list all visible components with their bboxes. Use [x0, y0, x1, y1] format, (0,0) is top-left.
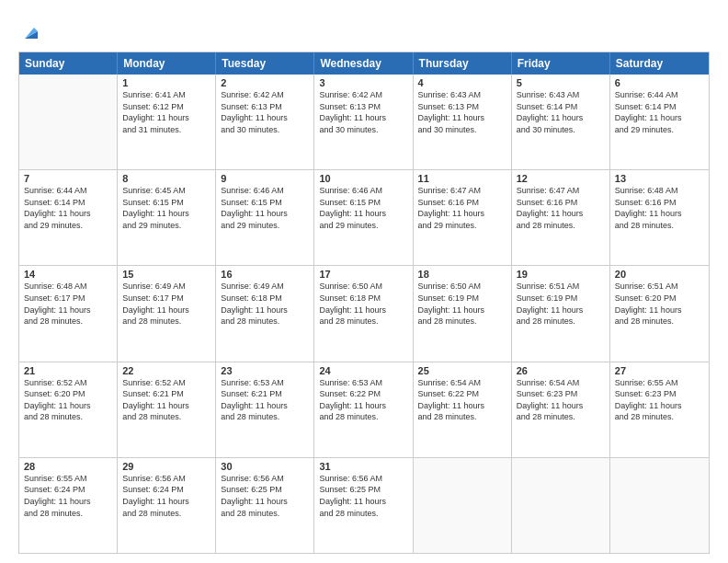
- day-number: 5: [517, 77, 605, 88]
- empty-cell: [19, 75, 118, 169]
- cell-line: and 28 minutes.: [24, 316, 112, 327]
- cell-line: Sunset: 6:16 PM: [615, 197, 704, 209]
- day-number: 26: [517, 365, 605, 376]
- week-row-4: 21Sunrise: 6:52 AMSunset: 6:20 PMDayligh…: [19, 362, 709, 458]
- cell-line: Sunset: 6:22 PM: [319, 388, 407, 400]
- cell-line: Sunset: 6:24 PM: [122, 484, 210, 496]
- day-cell-9: 9Sunrise: 6:46 AMSunset: 6:15 PMDaylight…: [216, 170, 314, 265]
- cell-line: Sunrise: 6:51 AM: [517, 281, 605, 293]
- cell-line: Daylight: 11 hours: [24, 208, 112, 220]
- day-number: 27: [615, 365, 704, 376]
- day-number: 23: [221, 365, 309, 376]
- cell-line: and 30 minutes.: [418, 124, 506, 136]
- day-number: 10: [319, 173, 407, 184]
- cell-line: Daylight: 11 hours: [418, 400, 506, 412]
- cell-line: Sunrise: 6:45 AM: [122, 185, 210, 197]
- cell-line: Sunset: 6:14 PM: [615, 101, 704, 113]
- day-cell-5: 5Sunrise: 6:43 AMSunset: 6:14 PMDaylight…: [512, 75, 610, 169]
- cell-line: Sunset: 6:16 PM: [517, 197, 605, 209]
- cell-line: and 28 minutes.: [615, 220, 704, 232]
- cell-line: and 28 minutes.: [319, 316, 407, 327]
- cell-line: Daylight: 11 hours: [319, 208, 407, 220]
- cell-line: Daylight: 11 hours: [517, 208, 605, 220]
- day-number: 31: [319, 461, 407, 472]
- day-cell-19: 19Sunrise: 6:51 AMSunset: 6:19 PMDayligh…: [512, 266, 610, 361]
- cell-line: and 29 minutes.: [615, 124, 704, 136]
- day-number: 17: [319, 269, 407, 280]
- cell-line: Daylight: 11 hours: [221, 208, 309, 220]
- cell-line: Daylight: 11 hours: [24, 304, 112, 316]
- day-cell-15: 15Sunrise: 6:49 AMSunset: 6:17 PMDayligh…: [118, 266, 216, 361]
- day-number: 1: [122, 77, 210, 88]
- cell-line: Daylight: 11 hours: [615, 112, 704, 124]
- cell-line: Sunrise: 6:48 AM: [24, 281, 112, 293]
- cell-line: Daylight: 11 hours: [221, 496, 309, 508]
- cell-line: Sunrise: 6:44 AM: [615, 89, 704, 101]
- cell-line: and 28 minutes.: [221, 411, 309, 423]
- logo-icon: [21, 22, 41, 42]
- cell-line: Sunset: 6:20 PM: [615, 293, 704, 304]
- cell-line: and 28 minutes.: [122, 316, 210, 327]
- week-row-5: 28Sunrise: 6:55 AMSunset: 6:24 PMDayligh…: [19, 458, 709, 553]
- cell-line: Daylight: 11 hours: [615, 400, 704, 412]
- day-number: 3: [319, 77, 407, 88]
- calendar: SundayMondayTuesdayWednesdayThursdayFrid…: [18, 52, 710, 554]
- cell-line: Sunset: 6:23 PM: [517, 388, 605, 400]
- cell-line: Sunrise: 6:47 AM: [418, 185, 506, 197]
- cell-line: Sunrise: 6:56 AM: [122, 473, 210, 485]
- day-cell-17: 17Sunrise: 6:50 AMSunset: 6:18 PMDayligh…: [314, 266, 413, 361]
- cell-line: Daylight: 11 hours: [319, 304, 407, 316]
- calendar-body: 1Sunrise: 6:41 AMSunset: 6:12 PMDaylight…: [19, 75, 709, 553]
- day-cell-14: 14Sunrise: 6:48 AMSunset: 6:17 PMDayligh…: [19, 266, 118, 361]
- day-number: 6: [615, 77, 704, 88]
- cell-line: Daylight: 11 hours: [24, 496, 112, 508]
- cell-line: Sunrise: 6:41 AM: [122, 89, 210, 101]
- day-cell-13: 13Sunrise: 6:48 AMSunset: 6:16 PMDayligh…: [610, 170, 709, 265]
- day-cell-30: 30Sunrise: 6:56 AMSunset: 6:25 PMDayligh…: [216, 458, 314, 553]
- day-number: 21: [24, 365, 112, 376]
- cell-line: Sunset: 6:25 PM: [221, 484, 309, 496]
- cell-line: Daylight: 11 hours: [122, 208, 210, 220]
- cell-line: Daylight: 11 hours: [615, 304, 704, 316]
- cell-line: Daylight: 11 hours: [122, 400, 210, 412]
- day-cell-18: 18Sunrise: 6:50 AMSunset: 6:19 PMDayligh…: [414, 266, 512, 361]
- cell-line: Sunset: 6:17 PM: [122, 293, 210, 304]
- day-cell-2: 2Sunrise: 6:42 AMSunset: 6:13 PMDaylight…: [216, 75, 314, 169]
- cell-line: Sunrise: 6:51 AM: [615, 281, 704, 293]
- cell-line: Sunrise: 6:43 AM: [517, 89, 605, 101]
- cell-line: and 28 minutes.: [517, 411, 605, 423]
- cell-line: Daylight: 11 hours: [24, 400, 112, 412]
- cell-line: Sunrise: 6:53 AM: [221, 377, 309, 389]
- week-row-1: 1Sunrise: 6:41 AMSunset: 6:12 PMDaylight…: [19, 75, 709, 170]
- day-number: 8: [122, 173, 210, 184]
- cell-line: and 28 minutes.: [122, 508, 210, 520]
- day-cell-26: 26Sunrise: 6:54 AMSunset: 6:23 PMDayligh…: [512, 362, 610, 457]
- cell-line: Sunset: 6:17 PM: [24, 293, 112, 304]
- cell-line: Sunrise: 6:44 AM: [24, 185, 112, 197]
- day-cell-23: 23Sunrise: 6:53 AMSunset: 6:21 PMDayligh…: [216, 362, 314, 457]
- day-cell-12: 12Sunrise: 6:47 AMSunset: 6:16 PMDayligh…: [512, 170, 610, 265]
- cell-line: Sunrise: 6:50 AM: [319, 281, 407, 293]
- cell-line: and 30 minutes.: [319, 124, 407, 136]
- day-cell-10: 10Sunrise: 6:46 AMSunset: 6:15 PMDayligh…: [314, 170, 413, 265]
- cell-line: and 28 minutes.: [517, 316, 605, 327]
- cell-line: Sunrise: 6:56 AM: [319, 473, 407, 485]
- cell-line: Daylight: 11 hours: [517, 304, 605, 316]
- cell-line: Sunrise: 6:54 AM: [418, 377, 506, 389]
- cell-line: and 28 minutes.: [615, 411, 704, 423]
- week-row-3: 14Sunrise: 6:48 AMSunset: 6:17 PMDayligh…: [19, 266, 709, 362]
- day-number: 11: [418, 173, 506, 184]
- day-number: 7: [24, 173, 112, 184]
- cell-line: Sunset: 6:25 PM: [319, 484, 407, 496]
- cell-line: Sunrise: 6:42 AM: [319, 89, 407, 101]
- logo: [18, 20, 41, 42]
- cell-line: Sunset: 6:21 PM: [221, 388, 309, 400]
- day-number: 24: [319, 365, 407, 376]
- header-day-wednesday: Wednesday: [314, 52, 413, 75]
- cell-line: Sunset: 6:12 PM: [122, 101, 210, 113]
- cell-line: Sunset: 6:16 PM: [418, 197, 506, 209]
- cell-line: and 30 minutes.: [221, 124, 309, 136]
- header-day-sunday: Sunday: [19, 52, 118, 75]
- empty-cell: [414, 458, 512, 553]
- day-number: 25: [418, 365, 506, 376]
